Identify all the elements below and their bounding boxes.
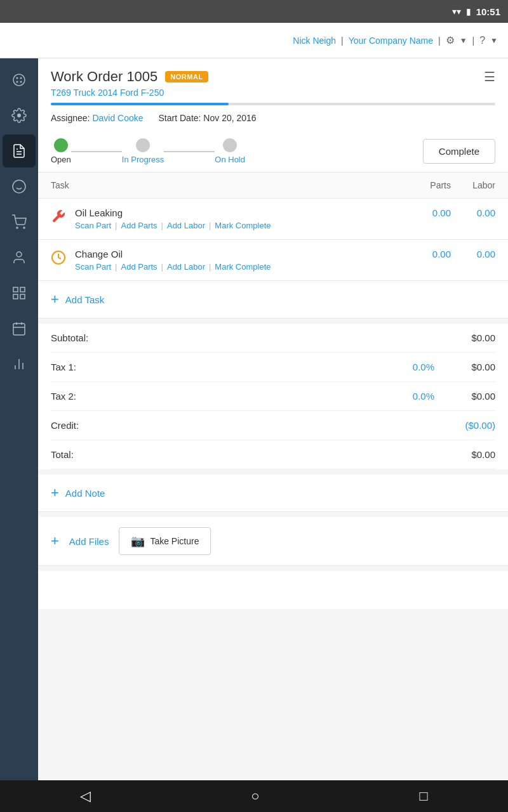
camera-icon: 📷	[131, 534, 145, 548]
take-picture-button[interactable]: 📷 Take Picture	[119, 527, 211, 555]
financials-section: Subtotal: $0.00 Tax 1: 0.0% $0.00 Tax 2:…	[38, 324, 508, 469]
task-1-labor-value: 0.00	[451, 207, 495, 218]
svg-point-11	[23, 227, 25, 228]
add-note-label: Add Note	[65, 488, 105, 499]
home-button[interactable]: ○	[251, 788, 259, 804]
total-label: Total:	[51, 449, 444, 460]
sidebar-item-grid[interactable]	[3, 277, 36, 310]
assignee-field: Assignee: David Cooke	[51, 113, 144, 123]
wifi-icon: ▾▾	[452, 6, 461, 16]
battery-icon: ▮	[466, 6, 471, 16]
user-link[interactable]: Nick Neigh	[293, 36, 336, 46]
nav-separator-2: |	[438, 36, 441, 46]
progress-bar-container	[51, 103, 495, 105]
total-value: $0.00	[444, 449, 495, 460]
task-2-actions: Scan Part | Add Parts | Add Labor | Mark…	[75, 262, 406, 272]
tax1-label: Tax 1:	[51, 362, 413, 372]
task-2-add-parts[interactable]: Add Parts	[121, 262, 157, 272]
open-dot	[54, 138, 68, 152]
sidebar-item-palette[interactable]	[3, 63, 36, 96]
sidebar-item-calendar[interactable]	[3, 312, 36, 345]
start-date-field: Start Date: Nov 20, 2016	[159, 113, 257, 123]
gear-dropdown-icon[interactable]: ▼	[460, 36, 467, 45]
open-label: Open	[51, 155, 71, 164]
company-name[interactable]: Your Company Name	[349, 36, 433, 46]
add-task-label: Add Task	[65, 294, 104, 305]
hamburger-icon[interactable]: ☰	[484, 69, 495, 84]
in-progress-label: In Progress	[122, 155, 164, 164]
svg-point-12	[17, 252, 22, 257]
extra-section	[38, 571, 508, 609]
nav-separator-3: |	[472, 36, 475, 46]
task-1-name: Oil Leaking	[75, 207, 406, 218]
status-line-2	[164, 151, 215, 152]
time-display: 10:51	[476, 6, 500, 17]
add-note-row[interactable]: + Add Note	[38, 475, 508, 512]
start-date-value: Nov 20, 2016	[203, 113, 256, 123]
status-in-progress[interactable]: In Progress	[122, 138, 164, 164]
back-button[interactable]: ◁	[80, 788, 91, 804]
recents-button[interactable]: □	[420, 788, 428, 804]
task-1-info: Oil Leaking Scan Part | Add Parts | Add …	[75, 207, 406, 230]
svg-rect-13	[13, 287, 18, 292]
task-2-add-labor[interactable]: Add Labor	[167, 262, 205, 272]
task-2-amounts: 0.00 0.00	[406, 249, 495, 259]
start-date-label: Start Date:	[159, 113, 201, 123]
nav-separator-1: |	[341, 36, 344, 46]
sidebar-item-document[interactable]	[3, 134, 36, 167]
svg-rect-14	[20, 287, 25, 292]
tax1-rate[interactable]: 0.0%	[413, 362, 434, 372]
in-progress-dot	[136, 138, 150, 152]
subtotal-row: Subtotal: $0.00	[51, 324, 495, 353]
task-2-scan-part[interactable]: Scan Part	[75, 262, 111, 272]
add-note-icon: +	[51, 485, 59, 501]
add-files-label[interactable]: Add Files	[69, 536, 109, 547]
task-1-parts-value: 0.00	[406, 207, 451, 218]
svg-point-4	[20, 81, 22, 83]
progress-bar-fill	[51, 103, 229, 105]
svg-rect-15	[20, 294, 25, 299]
task-2-name: Change Oil	[75, 249, 406, 259]
tax2-value: $0.00	[444, 391, 495, 402]
svg-rect-16	[13, 294, 18, 299]
tax2-rate[interactable]: 0.0%	[413, 391, 434, 402]
assignee-value[interactable]: David Cooke	[92, 113, 143, 123]
status-on-hold[interactable]: On Hold	[215, 138, 245, 164]
help-dropdown-icon[interactable]: ▼	[490, 36, 498, 45]
sidebar-item-person[interactable]	[3, 241, 36, 274]
credit-value: ($0.00)	[444, 420, 495, 431]
sidebar-item-cart[interactable]	[3, 206, 36, 239]
sidebar-item-parts[interactable]	[3, 170, 36, 203]
tax2-label: Tax 2:	[51, 391, 413, 402]
status-open[interactable]: Open	[51, 138, 71, 164]
status-row: Open In Progress On Hold Complete	[51, 131, 495, 172]
task-1-actions: Scan Part | Add Parts | Add Labor | Mark…	[75, 221, 406, 230]
task-2-mark-complete[interactable]: Mark Complete	[215, 262, 271, 272]
svg-point-7	[13, 180, 25, 193]
vehicle-link[interactable]: T269 Truck 2014 Ford F-250	[51, 88, 495, 98]
sidebar-item-settings[interactable]	[3, 99, 36, 132]
subtotal-label: Subtotal:	[51, 332, 444, 343]
sidebar-item-chart[interactable]	[3, 348, 36, 381]
tasks-header: Task Parts Labor	[38, 173, 508, 199]
tax1-value: $0.00	[444, 362, 495, 372]
add-task-row[interactable]: + Add Task	[38, 281, 508, 318]
add-task-icon: +	[51, 291, 59, 308]
tasks-section: Task Parts Labor Oil Leaking Scan Part |	[38, 173, 508, 281]
complete-button[interactable]: Complete	[423, 139, 495, 164]
svg-point-3	[17, 81, 18, 83]
task-1-scan-part[interactable]: Scan Part	[75, 221, 111, 230]
gear-icon[interactable]: ⚙	[446, 34, 455, 46]
svg-point-0	[13, 74, 25, 86]
credit-row: Credit: ($0.00)	[51, 411, 495, 440]
status-line-1	[71, 151, 122, 152]
add-files-row: + Add Files 📷 Take Picture	[38, 517, 508, 566]
help-icon[interactable]: ?	[479, 35, 485, 46]
task-1-add-labor[interactable]: Add Labor	[167, 221, 205, 230]
task-1-mark-complete[interactable]: Mark Complete	[215, 221, 271, 230]
tax2-row: Tax 2: 0.0% $0.00	[51, 382, 495, 411]
parts-col-header: Parts	[400, 180, 451, 190]
task-1-add-parts[interactable]: Add Parts	[121, 221, 157, 230]
take-picture-label: Take Picture	[150, 536, 199, 546]
labor-col-header: Labor	[451, 180, 495, 190]
